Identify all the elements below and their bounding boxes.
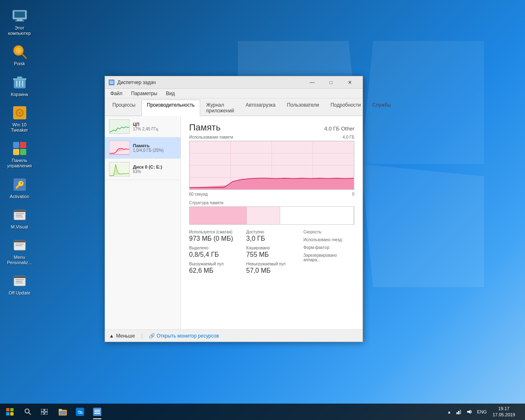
- resource-item-memory[interactable]: Память 1,0/4,0 ГБ (25%): [105, 137, 180, 159]
- start-button[interactable]: [0, 404, 20, 420]
- tab-startup[interactable]: Автозагрузка: [240, 100, 281, 116]
- this-pc-icon: [11, 8, 28, 24]
- svg-rect-5: [14, 11, 25, 18]
- window-controls: — □ ✕: [303, 76, 359, 89]
- tray-volume-icon[interactable]: [465, 404, 475, 420]
- desktop-icon-poisk[interactable]: Poisk: [4, 42, 35, 68]
- tray-network-icon[interactable]: [454, 404, 463, 420]
- svg-rect-64: [41, 409, 44, 411]
- disk-info: Диск 0 (C: E:) 63%: [133, 164, 176, 174]
- stat-formfactor-row: Форм-фактор:: [304, 245, 354, 250]
- svg-marker-3: [361, 164, 484, 287]
- clock-date: 17.05.2019: [493, 412, 515, 418]
- desktop-icon-mvisual[interactable]: M.Visual: [4, 205, 35, 231]
- tab-details[interactable]: Подробности: [325, 100, 366, 116]
- cpu-mini-chart: [109, 119, 130, 134]
- desktop-icon-win10tweaker[interactable]: Win 10Tweaker: [4, 103, 35, 135]
- task-view-button[interactable]: [36, 404, 52, 420]
- chart-max-label: 4,0 ГБ: [342, 135, 354, 141]
- tray-expand-arrow[interactable]: ▲: [446, 410, 452, 414]
- tab-performance[interactable]: Производительность: [142, 100, 200, 116]
- tab-users[interactable]: Пользователи: [282, 100, 324, 116]
- menu-bar: Файл Параметры Вид: [105, 89, 363, 98]
- svg-rect-7: [15, 21, 24, 21]
- svg-point-62: [25, 409, 29, 413]
- activation-icon: 🔑: [11, 176, 28, 193]
- divider: |: [141, 332, 143, 340]
- stat-paged-label: Выгружаемый пул: [189, 262, 240, 266]
- win10tweaker-label: Win 10Tweaker: [11, 122, 28, 133]
- right-panel: Память 4,0 ГБ Other Использование памяти…: [181, 116, 363, 329]
- resource-item-cpu[interactable]: ЦП 17% 2,45 ГГц: [105, 116, 180, 137]
- less-button[interactable]: ▲ Меньше: [109, 333, 135, 339]
- menu-file[interactable]: Файл: [107, 90, 126, 97]
- taskbar-clock[interactable]: 19:17 17.05.2019: [489, 404, 518, 420]
- svg-text:🔑: 🔑: [15, 180, 25, 189]
- chart-time-label: 60 секунд: [189, 192, 208, 196]
- struct-seg-used: [189, 207, 247, 224]
- stat-cached-label: Кэшировано: [246, 246, 297, 250]
- less-label: Меньше: [116, 333, 135, 339]
- tab-services[interactable]: Службы: [367, 100, 396, 116]
- stats-col1: Используется (сжатая) 973 МБ (0 МБ) Выде…: [189, 230, 240, 274]
- svg-rect-66: [41, 412, 44, 415]
- cpu-info: ЦП 17% 2,45 ГГц: [133, 122, 176, 131]
- svg-rect-21: [13, 142, 19, 148]
- stat-speed-label: Скорость:: [304, 230, 354, 234]
- stat-cached-value: 755 МБ: [246, 251, 297, 258]
- stat-formfactor-label: Форм-фактор:: [304, 245, 354, 250]
- tab-processes[interactable]: Процессы: [107, 100, 141, 116]
- disk-value: 63%: [133, 169, 176, 174]
- desktop-icons: Этоткомпьютер Poisk: [4, 6, 35, 297]
- memory-name: Память: [133, 143, 176, 148]
- tray-lang: ENG: [477, 409, 487, 414]
- maximize-button[interactable]: □: [322, 76, 340, 89]
- resource-item-disk[interactable]: Диск 0 (C: E:) 63%: [105, 159, 180, 180]
- show-desktop-btn[interactable]: [520, 404, 523, 420]
- svg-rect-59: [10, 408, 14, 411]
- desktop-icon-control-panel[interactable]: Панельуправления: [4, 139, 35, 170]
- svg-rect-76: [94, 411, 100, 412]
- menu-personal-icon: [11, 237, 28, 253]
- svg-rect-67: [45, 412, 48, 415]
- recycle-label: Корзина: [11, 92, 28, 97]
- stat-paged: Выгружаемый пул 62,6 МБ: [189, 262, 240, 274]
- svg-rect-37: [14, 276, 25, 278]
- svg-rect-65: [45, 409, 48, 411]
- svg-rect-79: [458, 411, 459, 414]
- off-update-label: Off Update: [9, 290, 30, 296]
- minimize-button[interactable]: —: [303, 76, 322, 89]
- taskbar-app-icons: 🛍: [55, 404, 105, 420]
- activation-label: Activation: [10, 194, 30, 199]
- desktop-icon-off-update[interactable]: Off Update: [4, 271, 35, 297]
- desktop-icon-menu-personal[interactable]: MenuPersonaliz...: [4, 235, 35, 267]
- monitor-link[interactable]: 🔗Открыть монитор ресурсов: [149, 333, 219, 339]
- monitor-icon: 🔗: [149, 333, 155, 339]
- taskbar-search-button[interactable]: [20, 404, 36, 420]
- taskbar-taskmanager-btn[interactable]: [89, 404, 105, 420]
- stats-area: Используется (сжатая) 973 МБ (0 МБ) Выде…: [189, 230, 354, 274]
- stat-nonpaged-label: Невыгружаемый пул: [246, 262, 297, 266]
- stat-used: Используется (сжатая) 973 МБ (0 МБ): [189, 230, 240, 242]
- taskbar-store-btn[interactable]: 🛍: [72, 404, 88, 420]
- chart-bottom-labels: 60 секунд 0: [189, 192, 354, 196]
- left-panel: ЦП 17% 2,45 ГГц Память: [105, 116, 181, 329]
- taskbar-explorer-btn[interactable]: [55, 404, 71, 420]
- menu-params[interactable]: Параметры: [128, 90, 161, 97]
- desktop-icon-recycle[interactable]: Корзина: [4, 73, 35, 99]
- desktop-icon-activation[interactable]: 🔑 Activation: [4, 175, 35, 201]
- tab-app-history[interactable]: Журнал приложений: [201, 100, 240, 116]
- memory-title: Память: [189, 122, 221, 133]
- close-button[interactable]: ✕: [340, 76, 359, 89]
- tabs-bar: Процессы Производительность Журнал прило…: [105, 98, 363, 116]
- svg-rect-44: [110, 83, 114, 84]
- struct-seg-cached: [247, 207, 280, 224]
- win10tweaker-icon: [11, 105, 28, 121]
- stat-available-value: 3,0 ГБ: [246, 235, 297, 242]
- desktop: Этоткомпьютер Poisk: [0, 0, 525, 420]
- menu-view[interactable]: Вид: [162, 90, 178, 97]
- task-manager-window: Диспетчер задач — □ ✕ Файл Параметры Вид…: [105, 76, 363, 342]
- control-panel-label: Панельуправления: [7, 158, 32, 169]
- desktop-icon-this-pc[interactable]: Этоткомпьютер: [4, 6, 35, 38]
- svg-rect-35: [16, 245, 22, 246]
